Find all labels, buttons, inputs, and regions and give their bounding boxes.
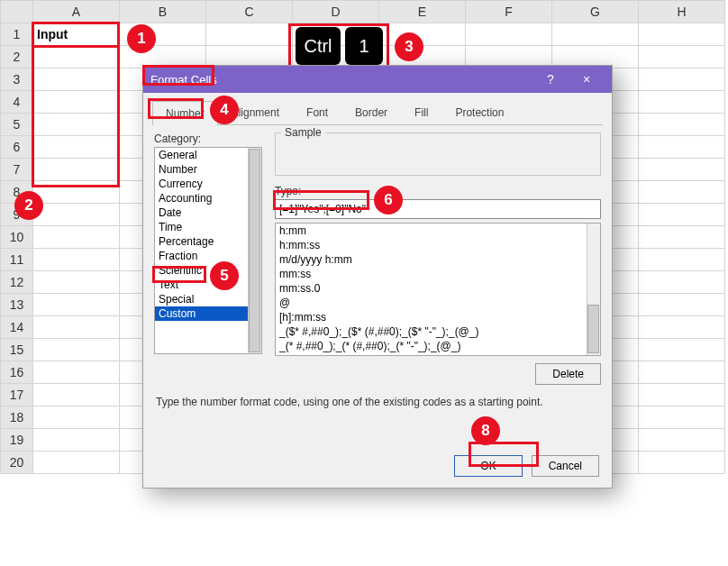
row-header[interactable]: 5 bbox=[1, 114, 33, 136]
cell-a4[interactable] bbox=[33, 91, 120, 114]
col-header-g[interactable]: G bbox=[552, 1, 639, 23]
tab-protection[interactable]: Protection bbox=[441, 100, 517, 124]
row-header[interactable]: 7 bbox=[1, 159, 33, 181]
cell[interactable] bbox=[639, 316, 725, 339]
category-item-text[interactable]: Text bbox=[155, 278, 261, 292]
cell[interactable] bbox=[639, 249, 725, 271]
cell[interactable] bbox=[639, 226, 725, 249]
cell-a6[interactable] bbox=[33, 136, 120, 159]
col-header-f[interactable]: F bbox=[466, 1, 552, 23]
row-header[interactable]: 4 bbox=[1, 91, 33, 114]
cell[interactable] bbox=[33, 429, 120, 452]
category-item-time[interactable]: Time bbox=[155, 220, 261, 234]
col-header-h[interactable]: H bbox=[639, 1, 725, 23]
row-header[interactable]: 6 bbox=[1, 136, 33, 159]
cell[interactable] bbox=[466, 23, 552, 46]
cell[interactable] bbox=[639, 204, 725, 226]
cell[interactable] bbox=[33, 271, 120, 294]
row-header[interactable]: 2 bbox=[1, 46, 33, 68]
col-header-a[interactable]: A bbox=[33, 1, 120, 23]
cell[interactable] bbox=[33, 384, 120, 406]
format-item[interactable]: _(* #,##0_);_(* (#,##0);_(* "-"_);_(@_) bbox=[276, 339, 600, 353]
format-item[interactable]: h:mm:ss bbox=[276, 238, 600, 252]
cell-a2[interactable] bbox=[33, 46, 120, 68]
row-header[interactable]: 20 bbox=[1, 452, 33, 474]
row-header[interactable]: 3 bbox=[1, 68, 33, 91]
tab-border[interactable]: Border bbox=[341, 100, 401, 124]
col-header-e[interactable]: E bbox=[379, 1, 466, 23]
cell-a5[interactable] bbox=[33, 114, 120, 136]
format-list[interactable]: h:mm h:mm:ss m/d/yyyy h:mm mm:ss mm:ss.0… bbox=[275, 223, 601, 356]
row-header[interactable]: 11 bbox=[1, 249, 33, 271]
scrollbar-thumb[interactable] bbox=[587, 305, 599, 353]
row-header[interactable]: 12 bbox=[1, 271, 33, 294]
cell[interactable] bbox=[639, 339, 725, 361]
category-item-accounting[interactable]: Accounting bbox=[155, 191, 261, 205]
row-header[interactable]: 18 bbox=[1, 406, 33, 429]
cell[interactable] bbox=[639, 68, 725, 91]
cell[interactable] bbox=[639, 384, 725, 406]
tab-number[interactable]: Number bbox=[152, 101, 218, 125]
format-item[interactable]: @ bbox=[276, 296, 600, 310]
cell[interactable] bbox=[639, 452, 725, 474]
cell[interactable] bbox=[639, 46, 725, 68]
row-header[interactable]: 15 bbox=[1, 339, 33, 361]
col-header-b[interactable]: B bbox=[120, 1, 206, 23]
format-item[interactable]: _($* #,##0.00_);_($* (#,##0.00);_($* "-"… bbox=[276, 353, 600, 356]
category-item-fraction[interactable]: Fraction bbox=[155, 249, 261, 263]
tab-font[interactable]: Font bbox=[293, 100, 341, 124]
cell[interactable] bbox=[639, 361, 725, 384]
cell[interactable] bbox=[33, 452, 120, 474]
tab-fill[interactable]: Fill bbox=[401, 100, 441, 124]
format-item[interactable]: mm:ss.0 bbox=[276, 281, 600, 296]
category-item-percentage[interactable]: Percentage bbox=[155, 234, 261, 249]
delete-button[interactable]: Delete bbox=[535, 363, 601, 385]
category-item-scientific[interactable]: Scientific bbox=[155, 263, 261, 278]
type-input[interactable] bbox=[275, 199, 601, 219]
format-item[interactable]: [h]:mm:ss bbox=[276, 310, 600, 324]
close-button[interactable]: × bbox=[569, 72, 605, 87]
corner-cell[interactable] bbox=[1, 1, 33, 23]
cell[interactable] bbox=[639, 159, 725, 181]
category-item-general[interactable]: General bbox=[155, 148, 261, 162]
col-header-d[interactable]: D bbox=[293, 1, 379, 23]
format-item[interactable]: _($* #,##0_);_($* (#,##0);_($* "-"_);_(@… bbox=[276, 324, 600, 339]
cell[interactable] bbox=[639, 181, 725, 204]
row-header[interactable]: 13 bbox=[1, 294, 33, 316]
cell[interactable] bbox=[33, 361, 120, 384]
cell[interactable] bbox=[33, 181, 120, 204]
scrollbar[interactable] bbox=[248, 148, 261, 353]
help-button[interactable]: ? bbox=[532, 72, 569, 87]
category-item-special[interactable]: Special bbox=[155, 292, 261, 306]
scrollbar-thumb[interactable] bbox=[249, 149, 260, 352]
cell[interactable] bbox=[639, 23, 725, 46]
cell[interactable] bbox=[33, 406, 120, 429]
row-header[interactable]: 17 bbox=[1, 384, 33, 406]
row-header[interactable]: 16 bbox=[1, 361, 33, 384]
cell[interactable] bbox=[552, 23, 639, 46]
category-item-number[interactable]: Number bbox=[155, 162, 261, 177]
category-item-date[interactable]: Date bbox=[155, 205, 261, 220]
cell[interactable] bbox=[639, 136, 725, 159]
cell[interactable] bbox=[33, 249, 120, 271]
cell[interactable] bbox=[33, 339, 120, 361]
cell[interactable] bbox=[639, 294, 725, 316]
cell[interactable] bbox=[639, 271, 725, 294]
category-item-currency[interactable]: Currency bbox=[155, 177, 261, 191]
format-item[interactable]: h:mm bbox=[276, 224, 600, 238]
cell[interactable] bbox=[639, 406, 725, 429]
row-header[interactable]: 14 bbox=[1, 316, 33, 339]
row-header[interactable]: 19 bbox=[1, 429, 33, 452]
cell[interactable] bbox=[33, 204, 120, 226]
cell[interactable] bbox=[33, 226, 120, 249]
cell[interactable] bbox=[33, 159, 120, 181]
ok-button[interactable]: OK bbox=[454, 455, 522, 477]
cell[interactable] bbox=[639, 114, 725, 136]
cell[interactable] bbox=[206, 23, 293, 46]
col-header-c[interactable]: C bbox=[206, 1, 293, 23]
scrollbar[interactable] bbox=[587, 224, 600, 355]
row-header[interactable]: 1 bbox=[1, 23, 33, 46]
category-item-custom[interactable]: Custom bbox=[155, 306, 261, 321]
cell-a1[interactable]: Input bbox=[33, 23, 120, 46]
cell[interactable] bbox=[33, 316, 120, 339]
